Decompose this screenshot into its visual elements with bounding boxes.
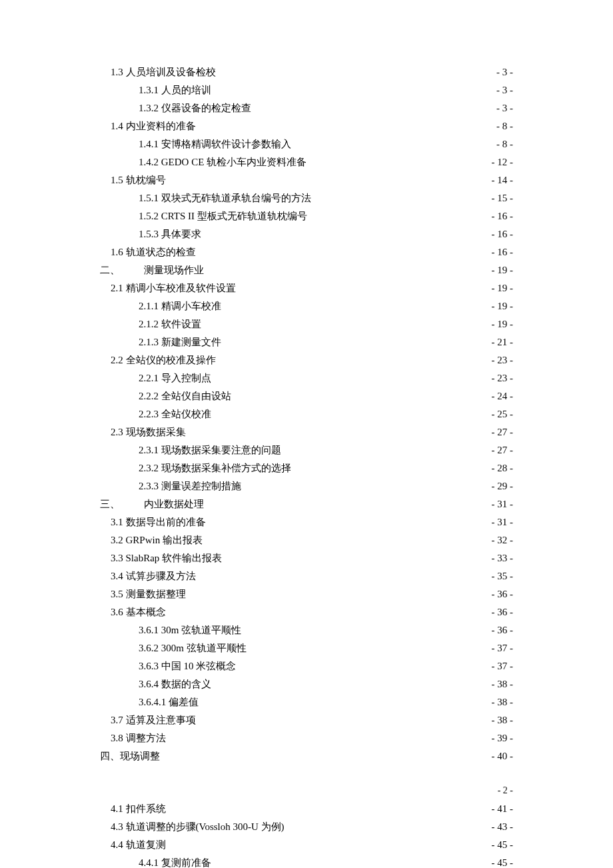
toc-label: 3.5 测量数据整理	[111, 585, 186, 603]
toc-entry: 2.1 精调小车校准及软件设置- 19 -	[100, 279, 513, 297]
toc-label: 1.5.2 CRTS II 型板式无砟轨道轨枕编号	[139, 207, 307, 225]
toc-entry: 1.4.1 安博格精调软件设计参数输入- 8 -	[100, 135, 513, 153]
toc-page-number: - 23 -	[492, 369, 514, 387]
toc-page-number: - 23 -	[492, 351, 514, 369]
toc-page-number: - 3 -	[496, 99, 513, 117]
toc-entry: 1.5 轨枕编号- 14 -	[100, 171, 513, 189]
toc-entry: 3.7 适算及注意事项- 38 -	[100, 711, 513, 729]
toc-entry: 1.4.2 GEDO CE 轨检小车内业资料准备- 12 -	[100, 153, 513, 171]
toc-label: 2.1 精调小车校准及软件设置	[111, 279, 236, 297]
toc-entry: 1.3.1 人员的培训- 3 -	[100, 81, 513, 99]
toc-entry: 2.1.2 软件设置- 19 -	[100, 315, 513, 333]
toc-label: 1.5 轨枕编号	[111, 171, 166, 189]
toc-label: 3.3 SlabRap 软件输出报表	[111, 549, 222, 567]
toc-label: 2.3.1 现场数据采集要注意的问题	[139, 441, 281, 459]
toc-label: 1.3.2 仪器设备的检定检查	[139, 99, 251, 117]
toc-entry: 1.4 内业资料的准备- 8 -	[100, 117, 513, 135]
toc-page-number: - 27 -	[492, 441, 514, 459]
toc-page-number: - 33 -	[492, 549, 514, 567]
toc-label: 3.4 试算步骤及方法	[111, 567, 196, 585]
toc-page-number: - 19 -	[492, 297, 514, 315]
toc-label: 3.6.4.1 偏差值	[139, 693, 199, 711]
toc-page-number: - 31 -	[492, 513, 514, 531]
toc-label: 1.6 轨道状态的检查	[111, 243, 196, 261]
toc-entry: 3.6.1 30m 弦轨道平顺性- 36 -	[100, 621, 513, 639]
toc-label: 4.1 扣件系统	[111, 800, 166, 818]
toc-entry: 2.3 现场数据采集- 27 -	[100, 423, 513, 441]
toc-page-number: - 39 -	[492, 729, 514, 747]
toc-label: 3.6.1 30m 弦轨道平顺性	[139, 621, 241, 639]
toc-label: 3.6.2 300m 弦轨道平顺性	[139, 639, 247, 657]
toc-entry: 1.5.2 CRTS II 型板式无砟轨道轨枕编号- 16 -	[100, 207, 513, 225]
toc-page-number: - 12 -	[492, 153, 514, 171]
toc-label: 2.1.3 新建测量文件	[139, 333, 221, 351]
toc-label: 3.1 数据导出前的准备	[111, 513, 206, 531]
toc-entry: 三、内业数据处理- 31 -	[100, 495, 513, 513]
toc-label: 3.6 基本概念	[111, 603, 166, 621]
toc-label: 3.6.3 中国 10 米弦概念	[139, 657, 236, 675]
toc-page-number: - 28 -	[492, 459, 514, 477]
toc-page-number: - 14 -	[492, 171, 514, 189]
toc-entry: 2.1.3 新建测量文件- 21 -	[100, 333, 513, 351]
toc-page-number: - 38 -	[492, 675, 514, 693]
toc-page-number: - 24 -	[492, 387, 514, 405]
toc-entry: 2.3.2 现场数据采集补偿方式的选择- 28 -	[100, 459, 513, 477]
toc-section-number: 三、	[100, 495, 120, 513]
toc-page-number: - 37 -	[492, 639, 514, 657]
toc-entry: 二、测量现场作业- 19 -	[100, 261, 513, 279]
toc-page-number: - 3 -	[496, 63, 513, 81]
toc-entry: 2.2.1 导入控制点- 23 -	[100, 369, 513, 387]
toc-entry: 2.3.3 测量误差控制措施- 29 -	[100, 477, 513, 495]
toc-entry: 4.4.1 复测前准备- 45 -	[100, 854, 513, 868]
toc-entry: 4.4 轨道复测- 45 -	[100, 836, 513, 854]
toc-page-number: - 37 -	[492, 657, 514, 675]
toc-page-number: - 41 -	[492, 800, 514, 818]
toc-label: 3.2 GRPwin 输出报表	[111, 531, 203, 549]
toc-entry: 3.6.4 数据的含义- 38 -	[100, 675, 513, 693]
toc-label: 3.8 调整方法	[111, 729, 166, 747]
toc-page-number: - 29 -	[492, 477, 514, 495]
toc-label: 2.3 现场数据采集	[111, 423, 186, 441]
toc-label: 1.4.1 安博格精调软件设计参数输入	[139, 135, 291, 153]
toc-page-number: - 19 -	[492, 279, 514, 297]
toc-label: 4.4.1 复测前准备	[139, 854, 211, 868]
toc-page-number: - 38 -	[492, 693, 514, 711]
toc-label: 测量现场作业	[144, 261, 204, 279]
toc-entry: 3.6.3 中国 10 米弦概念- 37 -	[100, 657, 513, 675]
toc-page-number: - 19 -	[492, 315, 514, 333]
toc-entry: 3.6 基本概念- 36 -	[100, 603, 513, 621]
toc-entry: 2.1.1 精调小车校准- 19 -	[100, 297, 513, 315]
toc-label: 四、现场调整	[100, 747, 160, 765]
toc-entry: 3.6.4.1 偏差值- 38 -	[100, 693, 513, 711]
toc-page-number: - 27 -	[492, 423, 514, 441]
toc-label: 2.1.1 精调小车校准	[139, 297, 221, 315]
toc-entry: 四、现场调整 - 40 -	[100, 747, 513, 765]
toc-entry: 3.8 调整方法- 39 -	[100, 729, 513, 747]
toc-label: 2.2.1 导入控制点	[139, 369, 211, 387]
toc-label: 4.4 轨道复测	[111, 836, 166, 854]
page-number-footer: - 2 -	[100, 785, 513, 796]
toc-label: 1.5.3 具体要求	[139, 225, 201, 243]
toc-page-number: - 3 -	[496, 81, 513, 99]
toc-entry: 3.1 数据导出前的准备- 31 -	[100, 513, 513, 531]
toc-label: 2.2.2 全站仪自由设站	[139, 387, 231, 405]
toc-entry: 2.3.1 现场数据采集要注意的问题- 27 -	[100, 441, 513, 459]
toc-page-number: - 32 -	[492, 531, 514, 549]
toc-entry: 2.2 全站仪的校准及操作- 23 -	[100, 351, 513, 369]
toc-label: 1.3.1 人员的培训	[139, 81, 211, 99]
toc-page-number: - 40 -	[492, 747, 514, 765]
toc-page-number: - 45 -	[492, 854, 514, 868]
toc-page-number: - 21 -	[492, 333, 514, 351]
toc-entry: 4.1 扣件系统- 41 -	[100, 800, 513, 818]
toc-page-number: - 15 -	[492, 189, 514, 207]
toc-entry: 2.2.3 全站仪校准- 25 -	[100, 405, 513, 423]
toc-entry: 1.5.3 具体要求- 16 -	[100, 225, 513, 243]
toc-entry: 3.2 GRPwin 输出报表- 32 -	[100, 531, 513, 549]
toc-label: 1.4.2 GEDO CE 轨检小车内业资料准备	[139, 153, 306, 171]
toc-page-number: - 36 -	[492, 603, 514, 621]
toc-label: 内业数据处理	[144, 495, 204, 513]
toc-page-number: - 8 -	[496, 135, 513, 153]
toc-page-number: - 36 -	[492, 585, 514, 603]
toc-page-number: - 36 -	[492, 621, 514, 639]
toc-entry: 3.4 试算步骤及方法- 35 -	[100, 567, 513, 585]
